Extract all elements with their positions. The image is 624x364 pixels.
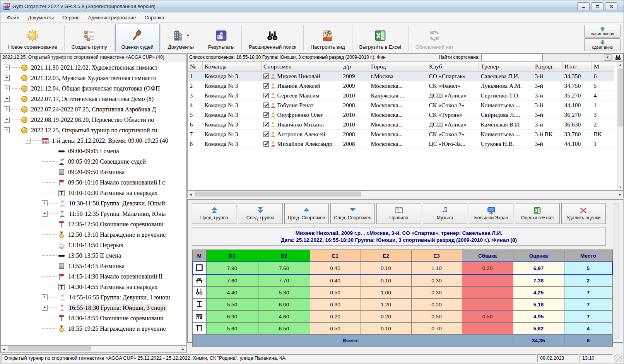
tree-item[interactable]: +16:55-18:30 Группа: Юноши, 3 спорт: [1, 302, 186, 313]
score-final[interactable]: 4,25: [513, 287, 564, 299]
athlete-row[interactable]: 6Команда № 3Иванчнко Михаил2010Московска…: [188, 120, 614, 130]
scroll-right-arrow-icon[interactable]: ►: [180, 346, 186, 352]
score-e3[interactable]: 0.30: [411, 274, 462, 287]
tree-item[interactable]: 14:30-14:55 Разминка на снарядах: [1, 282, 186, 292]
tree-item[interactable]: 13:55-14:15 Разминка: [1, 261, 186, 271]
score-d2[interactable]: 6.00: [258, 299, 310, 311]
close-button[interactable]: [605, 2, 617, 10]
score-e3[interactable]: 0.20: [411, 299, 462, 311]
tree-item[interactable]: 13:50-13:55 II смена: [1, 250, 186, 261]
score-d2[interactable]: 7.70: [258, 274, 310, 287]
score-place[interactable]: 5: [564, 262, 612, 274]
scroll-left-arrow-icon[interactable]: ◄: [188, 191, 194, 198]
score-place[interactable]: 4: [564, 323, 612, 335]
find-athlete-input[interactable]: [482, 53, 543, 62]
tree-item[interactable]: 13:10-13:50 Перерыв: [1, 240, 186, 250]
menu-item-Документы[interactable]: Документы: [24, 12, 58, 22]
score-row[interactable]: 6.904.600.200.200.500.504,957: [192, 311, 612, 323]
athletes-hscroll-thumb[interactable]: [195, 191, 361, 197]
score-d1[interactable]: 6.90: [206, 311, 258, 323]
rules-button[interactable]: Правила: [376, 203, 421, 224]
score-final[interactable]: 4,95: [513, 311, 564, 323]
checkbox-checked-icon[interactable]: [263, 132, 269, 137]
score-penalty[interactable]: 0.20: [462, 262, 513, 274]
score-e1[interactable]: 0.50: [310, 287, 361, 299]
checkbox-checked-icon[interactable]: [263, 141, 269, 147]
column-header-Город[interactable]: Город: [369, 62, 427, 72]
tree-item[interactable]: 18:55-19:25 Награждение и вручение: [1, 323, 186, 334]
score-d1[interactable]: 4.40: [206, 287, 258, 299]
chevron-down-icon[interactable]: ▼: [604, 54, 611, 61]
tree-item[interactable]: +2022.07.17, Эстетическая гимнастика Дем…: [1, 94, 186, 104]
tree-expander-minus-icon[interactable]: −: [25, 138, 31, 144]
minimize-button[interactable]: [577, 2, 590, 10]
tree-item[interactable]: +2022.07.24-2022.07.25, Спортивная Аэроб…: [1, 104, 186, 114]
score-e3[interactable]: 1.10: [411, 262, 462, 274]
music-button[interactable]: Музыка: [423, 203, 467, 224]
create-group-button[interactable]: Создать группу: [65, 24, 113, 52]
column-header-Тренер[interactable]: Тренер: [479, 62, 533, 72]
column-header-д/р[interactable]: д/р: [341, 62, 369, 72]
score-e2[interactable]: 1.20: [361, 299, 411, 311]
column-header-Команда[interactable]: Команда: [203, 62, 262, 72]
athlete-row[interactable]: 4Команда № 3Гобулия Ренат2008Московска..…: [188, 101, 614, 110]
score-d1[interactable]: 5.60: [206, 323, 258, 335]
scores-excel-button[interactable]: Оценки в Excel: [515, 203, 559, 224]
tree-item[interactable]: +2022.08.19-2022.08.20, Первенство Облас…: [1, 114, 186, 125]
scroll-left-arrow-icon[interactable]: ◄: [1, 346, 7, 352]
no-updates-button[interactable]: Обновлений нет: [409, 24, 460, 52]
tree-item[interactable]: 14:15-14:30 Начало соревнований II: [1, 271, 186, 282]
score-e3[interactable]: 0.50: [411, 311, 462, 323]
score-e1[interactable]: 0.20: [310, 311, 361, 323]
tree-expander-plus-icon[interactable]: +: [42, 294, 48, 300]
athlete-filter-combobox[interactable]: ▼: [543, 53, 612, 62]
athlete-row[interactable]: 5Команда № 3Онуфриенко Олег2010Московска…: [188, 110, 614, 120]
resize-grip[interactable]: [614, 354, 622, 362]
score-e1[interactable]: 0.40: [310, 274, 361, 287]
tree-item[interactable]: 18:30-18:55 Окончание соревновани: [1, 313, 186, 323]
tree-expander-plus-icon[interactable]: +: [4, 75, 10, 81]
next-group-button[interactable]: След. группа: [238, 203, 282, 224]
score-final[interactable]: 5,18: [513, 299, 564, 311]
tree-expander-plus-icon[interactable]: +: [4, 96, 10, 102]
score-place[interactable]: 2: [564, 274, 612, 287]
tree-item[interactable]: 09:05-09:20 Совещание судей: [1, 156, 186, 167]
shift-up-button[interactable]: сдвиг вверх: [584, 25, 621, 38]
menu-item-Администрирование[interactable]: Администрирование: [84, 12, 140, 22]
athletes-vscrollbar[interactable]: ▲ ▼: [617, 62, 623, 190]
checkbox-checked-icon[interactable]: [263, 112, 269, 118]
athletes-hscrollbar[interactable]: ◄ ►: [187, 191, 624, 198]
scroll-up-arrow-icon[interactable]: ▲: [617, 62, 623, 68]
score-row[interactable]: 5.606.500.500.100.705,624: [192, 323, 612, 335]
score-penalty[interactable]: 0.50: [462, 311, 513, 323]
column-header-Клуб[interactable]: Клуб: [427, 62, 479, 72]
prev-athlete-button[interactable]: Пред. Спортсмен: [284, 203, 329, 224]
tree-item[interactable]: +2021.12.04, Общая физическая подготовка…: [1, 83, 186, 94]
tree-expander-minus-icon[interactable]: −: [4, 127, 10, 133]
advanced-search-button[interactable]: Расширенный поиск: [243, 24, 302, 52]
score-e3[interactable]: 0.70: [411, 323, 462, 335]
tree-expander-plus-icon[interactable]: +: [42, 211, 48, 217]
tree-item[interactable]: −2022.12.25, Открытый турнир по спортивн…: [1, 125, 186, 135]
judge-scores-button[interactable]: Оценки судей: [115, 24, 160, 52]
checkbox-checked-icon[interactable]: [263, 103, 269, 108]
tree-item[interactable]: 12:50-13:10 Награждение и вручение: [1, 229, 186, 240]
athlete-row[interactable]: 8Команда № 3Михайлов Александр2008Москов…: [188, 139, 614, 149]
tree-item[interactable]: +2021.11.30-2021.12.02, Художественная г…: [1, 62, 186, 73]
score-row[interactable]: 7.607.700.400.100.307,382: [192, 274, 612, 287]
tree-expander-plus-icon[interactable]: +: [42, 200, 48, 206]
column-header-М[interactable]: М: [592, 62, 614, 72]
score-d1[interactable]: 7.80: [206, 262, 258, 274]
score-row[interactable]: 7.807.600.400.101.100.206,975: [192, 262, 612, 274]
tree-item[interactable]: 12:35-12:50 Окончание соревновани: [1, 219, 186, 229]
athlete-row[interactable]: 3Команда № 3Сергеев Максим2010Калужская …: [188, 91, 614, 101]
tree-item[interactable]: +11:50-12:35 Группа: Мальчики, Юны: [1, 208, 186, 219]
score-e2[interactable]: 0.20: [361, 311, 411, 323]
tree-hscroll-thumb[interactable]: [8, 346, 91, 351]
prev-group-button[interactable]: Пред. группа: [192, 203, 236, 224]
maximize-button[interactable]: [591, 2, 603, 10]
score-penalty[interactable]: [462, 287, 513, 299]
score-e2[interactable]: 0.10: [361, 262, 411, 274]
next-athlete-button[interactable]: След. Спортсмен: [330, 203, 375, 224]
score-penalty[interactable]: [462, 323, 513, 335]
